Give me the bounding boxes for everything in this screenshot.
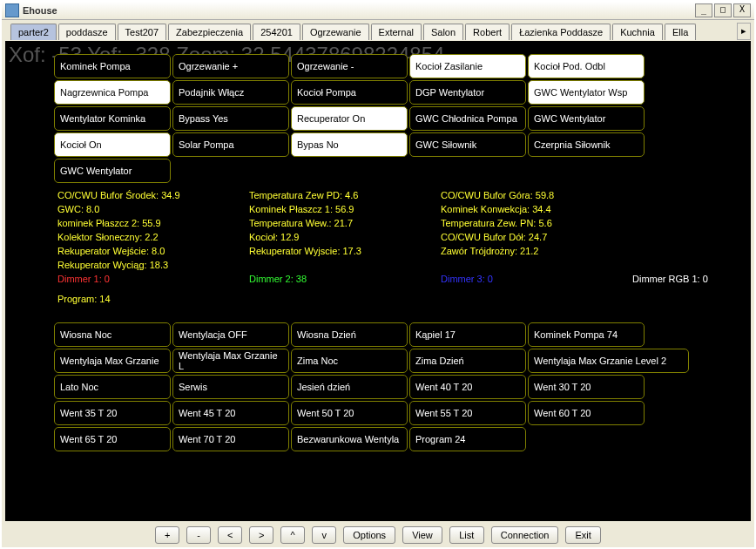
device-button-1-4[interactable]: GWC Wentylator Wsp xyxy=(528,80,645,105)
maximize-button[interactable]: □ xyxy=(714,3,732,17)
list-button[interactable]: List xyxy=(449,526,484,544)
options-button[interactable]: Options xyxy=(343,526,395,544)
pan-right-button[interactable]: > xyxy=(249,526,273,544)
device-button-1-0[interactable]: Nagrzewnica Pompa xyxy=(54,80,171,105)
tab-6[interactable]: External xyxy=(371,24,422,40)
device-button-0-3[interactable]: Kocioł Zasilanie xyxy=(409,54,526,78)
program-button-4-3[interactable]: Program 24 xyxy=(409,427,526,451)
status-0-1: Temperatura Zew PD: 4.6 xyxy=(249,189,441,203)
status-2-0: kominek Płaszcz 2: 55.9 xyxy=(57,217,249,231)
device-button-2-3[interactable]: GWC Chłodnica Pompa xyxy=(409,106,526,131)
program-button-1-3[interactable]: Zima Dzień xyxy=(409,349,526,373)
status-6-1: Dimmer 2: 38 xyxy=(249,273,441,287)
tab-1[interactable]: poddasze xyxy=(58,24,116,40)
close-button[interactable]: X xyxy=(733,3,751,17)
program-button-4-2[interactable]: Bezwarunkowa Wentyla xyxy=(291,427,408,451)
pan-down-button[interactable]: v xyxy=(312,526,336,544)
device-button-2-4[interactable]: GWC Wentylator xyxy=(528,106,645,131)
connection-button[interactable]: Connection xyxy=(491,526,559,544)
status-5-1 xyxy=(249,259,441,273)
status-6-3: Dimmer RGB 1: 0 xyxy=(632,273,708,287)
pan-up-button[interactable]: ^ xyxy=(280,526,305,544)
device-button-2-2[interactable]: Recuperator On xyxy=(291,106,408,131)
program-button-1-0[interactable]: Wentylaja Max Grzanie xyxy=(54,349,171,373)
zoom-out-button[interactable]: - xyxy=(186,526,211,544)
status-3-0: Kolektor Słoneczny: 2.2 xyxy=(57,231,249,245)
program-button-4-0[interactable]: Went 65 T 20 xyxy=(54,427,171,451)
status-0-2: CO/CWU Bufor Góra: 59.8 xyxy=(441,189,632,203)
device-button-0-0[interactable]: Kominek Pompa xyxy=(54,54,171,78)
tab-8[interactable]: Robert xyxy=(465,24,510,40)
zoom-in-button[interactable]: + xyxy=(155,526,179,544)
status-6-0: Dimmer 1: 0 xyxy=(57,273,249,287)
exit-button[interactable]: Exit xyxy=(565,526,600,544)
program-button-2-3[interactable]: Went 40 T 20 xyxy=(409,375,526,399)
tab-scroll-right[interactable]: ▸ xyxy=(737,23,751,40)
device-button-grid: Kominek PompaOgrzewanie +Ogrzewanie -Koc… xyxy=(53,53,645,184)
window-title: Ehouse xyxy=(23,5,693,16)
program-button-2-1[interactable]: Serwis xyxy=(172,375,289,399)
status-3-2: CO/CWU Bufor Dół: 24.7 xyxy=(441,231,632,245)
view-button[interactable]: View xyxy=(402,526,442,544)
program-button-0-0[interactable]: Wiosna Noc xyxy=(54,322,171,347)
program-button-3-4[interactable]: Went 60 T 20 xyxy=(528,401,645,425)
tab-7[interactable]: Salon xyxy=(423,24,463,40)
status-2-2: Temperatura Zew. PN: 5.6 xyxy=(441,217,632,231)
titlebar: Ehouse _ □ X xyxy=(2,2,754,20)
program-button-0-4[interactable]: Kominek Pompa 74 xyxy=(528,322,645,347)
minimize-button[interactable]: _ xyxy=(695,3,712,17)
program-button-3-2[interactable]: Went 50 T 20 xyxy=(291,401,408,425)
program-button-2-4[interactable]: Went 30 T 20 xyxy=(528,375,645,399)
program-button-0-3[interactable]: Kąpiel 17 xyxy=(409,322,526,347)
status-4-1: Rekuperator Wyjscie: 17.3 xyxy=(249,245,441,259)
app-window: Ehouse _ □ X parter2poddaszeTest207Zabez… xyxy=(0,0,756,549)
tab-11[interactable]: Ella xyxy=(665,24,696,40)
device-button-4-0[interactable]: GWC Wentylator xyxy=(54,159,171,183)
status-1-0: GWC: 8.0 xyxy=(57,203,249,217)
program-button-0-2[interactable]: Wiosna Dzień xyxy=(291,322,408,347)
program-button-3-1[interactable]: Went 45 T 20 xyxy=(172,401,289,425)
program-button-1-1[interactable]: Wentylaja Max Grzanie L xyxy=(172,349,289,373)
device-button-3-3[interactable]: GWC Siłownik xyxy=(409,132,526,157)
device-button-1-1[interactable]: Podajnik Włącz xyxy=(172,80,289,105)
device-button-0-2[interactable]: Ogrzewanie - xyxy=(291,54,408,78)
device-button-3-2[interactable]: Bypas No xyxy=(291,132,408,157)
status-0-0: CO/CWU Bufor Środek: 34.9 xyxy=(57,189,249,203)
program-button-2-2[interactable]: Jesień dzień xyxy=(291,375,408,399)
program-button-1-4[interactable]: Wentylaja Max Grzanie Level 2 xyxy=(528,349,689,373)
tab-3[interactable]: Zabezpieczenia xyxy=(168,24,251,40)
status-1-1: Kominek Płaszcz 1: 56.9 xyxy=(249,203,441,217)
device-button-2-0[interactable]: Wentylator Kominka xyxy=(54,106,171,131)
status-2-1: Temperatura Wew.: 21.7 xyxy=(249,217,441,231)
bottom-toolbar: +-<>^vOptionsViewListConnectionExit xyxy=(2,523,754,547)
device-button-3-0[interactable]: Kocioł On xyxy=(54,132,171,157)
program-button-0-1[interactable]: Wentylacja OFF xyxy=(172,322,289,347)
program-button-3-0[interactable]: Went 35 T 20 xyxy=(54,401,171,425)
program-button-1-2[interactable]: Zima Noc xyxy=(291,349,408,373)
tab-10[interactable]: Kuchnia xyxy=(612,24,663,40)
device-button-1-3[interactable]: DGP Wentylator xyxy=(409,80,526,105)
tab-2[interactable]: Test207 xyxy=(118,24,167,40)
tab-0[interactable]: parter2 xyxy=(10,24,57,40)
status-readouts: CO/CWU Bufor Środek: 34.9Temperatura Zew… xyxy=(57,189,742,287)
device-button-3-1[interactable]: Solar Pompa xyxy=(172,132,289,157)
device-button-3-4[interactable]: Czerpnia Siłownik xyxy=(528,132,645,157)
canvas-stage[interactable]: Xof: -53 Yof: -328 Zoom: 32.544378698224… xyxy=(5,41,751,521)
program-button-grid: Wiosna NocWentylacja OFFWiosna DzieńKąpi… xyxy=(53,322,690,452)
device-button-0-1[interactable]: Ogrzewanie + xyxy=(172,54,289,78)
status-3-1: Kocioł: 12.9 xyxy=(249,231,441,245)
pan-left-button[interactable]: < xyxy=(218,526,242,544)
device-button-0-4[interactable]: Kocioł Pod. Odbl xyxy=(528,54,645,78)
program-button-2-0[interactable]: Lato Noc xyxy=(54,375,171,399)
tab-row: parter2poddaszeTest207Zabezpieczenia2542… xyxy=(2,20,754,40)
app-icon xyxy=(5,3,19,17)
tab-4[interactable]: 254201 xyxy=(253,24,300,40)
device-button-1-2[interactable]: Kocioł Pompa xyxy=(291,80,408,105)
status-1-2: Kominek Konwekcja: 34.4 xyxy=(441,203,632,217)
device-button-2-1[interactable]: Bypass Yes xyxy=(172,106,289,131)
program-button-4-1[interactable]: Went 70 T 20 xyxy=(172,427,289,451)
program-button-3-3[interactable]: Went 55 T 20 xyxy=(409,401,526,425)
status-4-2: Zawór Trójdrożny: 21.2 xyxy=(441,245,632,259)
tab-5[interactable]: Ogrzewanie xyxy=(302,24,369,40)
tab-9[interactable]: Łazienka Poddasze xyxy=(511,24,611,40)
